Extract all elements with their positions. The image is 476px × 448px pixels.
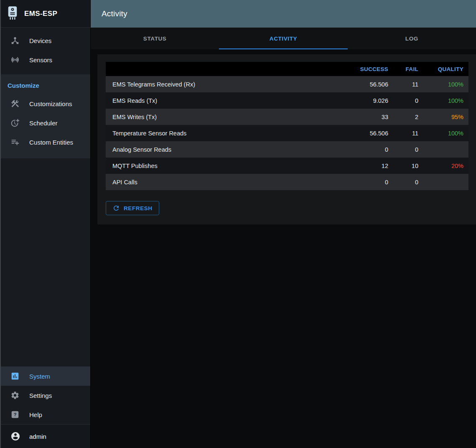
success-column-header: SUCCESS — [339, 66, 393, 72]
sidebar-item-settings[interactable]: Settings — [1, 386, 90, 405]
tab-status[interactable]: STATUS — [91, 28, 219, 49]
sidebar-item-help[interactable]: ? Help — [1, 405, 90, 424]
sidebar-item-devices[interactable]: Devices — [1, 31, 90, 50]
username-label: admin — [29, 433, 46, 440]
help-icon: ? — [10, 410, 20, 420]
metric-name: EMS Writes (Tx) — [106, 114, 339, 120]
fail-value: 10 — [393, 163, 423, 169]
success-value: 56.506 — [339, 130, 393, 137]
success-value: 56.506 — [339, 81, 393, 88]
activity-card: SUCCESS FAIL QUALITY EMS Telegrams Recei… — [97, 54, 476, 224]
page-title: Activity — [102, 9, 127, 18]
fail-value: 11 — [393, 81, 423, 88]
table-header-row: SUCCESS FAIL QUALITY — [106, 62, 468, 76]
gear-icon — [10, 390, 20, 400]
construction-icon — [10, 99, 20, 109]
sidebar-item-label: Scheduler — [29, 120, 58, 127]
refresh-button[interactable]: REFRESH — [106, 201, 159, 215]
quality-value: 95% — [423, 114, 468, 120]
sidebar-item-scheduler[interactable]: Scheduler — [1, 113, 90, 132]
app-logo-icon — [7, 6, 18, 22]
sidebar-header: EMS-ESP — [1, 0, 90, 28]
sidebar-customize-section: Customize Customizations Scheduler — [1, 74, 90, 158]
app-window: EMS-ESP Devices Se — [0, 0, 476, 448]
success-value: 0 — [339, 179, 393, 186]
quality-value: 20% — [423, 163, 468, 169]
refresh-button-label: REFRESH — [124, 205, 153, 211]
sidebar-item-label: Help — [29, 411, 42, 418]
table-row: MQTT Publishes 12 10 20% — [106, 158, 468, 174]
sidebar-item-label: Custom Entities — [29, 139, 73, 146]
sidebar-item-label: Devices — [29, 37, 51, 44]
quality-value: 100% — [423, 81, 468, 88]
more-time-icon — [10, 118, 20, 128]
fail-value: 0 — [393, 146, 423, 153]
success-value: 12 — [339, 163, 393, 169]
sidebar-spacer — [1, 158, 90, 367]
table-row: API Calls 0 0 — [106, 174, 468, 190]
sensors-icon — [10, 55, 20, 65]
playlist-add-icon — [10, 137, 20, 147]
tab-log[interactable]: LOG — [348, 28, 476, 49]
quality-column-header: QUALITY — [423, 66, 468, 72]
success-value: 33 — [339, 114, 393, 120]
refresh-icon — [112, 204, 120, 212]
user-menu[interactable]: admin — [1, 425, 90, 448]
svg-text:?: ? — [14, 412, 17, 417]
sidebar: EMS-ESP Devices Se — [1, 0, 91, 448]
customize-section-label: Customize — [1, 74, 90, 94]
success-value: 0 — [339, 146, 393, 153]
appbar: Activity — [91, 0, 476, 28]
account-circle-icon — [10, 431, 21, 442]
table-row: EMS Telegrams Received (Rx) 56.506 11 10… — [106, 76, 468, 92]
sidebar-item-label: Sensors — [29, 56, 52, 64]
sidebar-item-label: Settings — [29, 392, 52, 399]
sidebar-item-label: System — [29, 373, 50, 380]
tab-activity[interactable]: ACTIVITY — [219, 28, 347, 49]
success-value: 9.026 — [339, 97, 393, 104]
assessment-icon — [10, 371, 20, 381]
metric-name: EMS Telegrams Received (Rx) — [106, 81, 339, 88]
quality-value: 100% — [423, 130, 468, 137]
fail-value: 0 — [393, 179, 423, 186]
fail-value: 0 — [393, 97, 423, 104]
table-row: Analog Sensor Reads 0 0 — [106, 141, 468, 158]
device-hub-icon — [10, 36, 20, 46]
sidebar-item-customizations[interactable]: Customizations — [1, 94, 90, 113]
sidebar-item-label: Customizations — [29, 100, 72, 107]
table-row: EMS Writes (Tx) 33 2 95% — [106, 109, 468, 125]
table-row: EMS Reads (Tx) 9.026 0 100% — [106, 92, 468, 109]
main-area: Activity STATUS ACTIVITY LOG SUCCESS FAI… — [91, 0, 476, 448]
sidebar-item-system[interactable]: System — [1, 367, 90, 386]
fail-column-header: FAIL — [393, 66, 423, 72]
fail-value: 11 — [393, 130, 423, 137]
sidebar-user-section: admin — [1, 424, 90, 448]
sidebar-nav: Devices Sensors — [1, 28, 90, 69]
activity-table: SUCCESS FAIL QUALITY EMS Telegrams Recei… — [106, 62, 468, 190]
metric-name: MQTT Publishes — [106, 163, 339, 169]
fail-value: 2 — [393, 114, 423, 120]
metric-name: API Calls — [106, 179, 339, 186]
metric-name: EMS Reads (Tx) — [106, 97, 339, 104]
app-title: EMS-ESP — [24, 10, 57, 18]
sidebar-item-sensors[interactable]: Sensors — [1, 50, 90, 69]
quality-value: 100% — [423, 97, 468, 104]
tab-bar: STATUS ACTIVITY LOG — [91, 28, 476, 49]
table-row: Temperature Sensor Reads 56.506 11 100% — [106, 125, 468, 141]
table-body: EMS Telegrams Received (Rx) 56.506 11 10… — [106, 76, 468, 190]
sidebar-item-custom-entities[interactable]: Custom Entities — [1, 132, 90, 152]
metric-name: Temperature Sensor Reads — [106, 130, 339, 137]
metric-name: Analog Sensor Reads — [106, 146, 339, 153]
